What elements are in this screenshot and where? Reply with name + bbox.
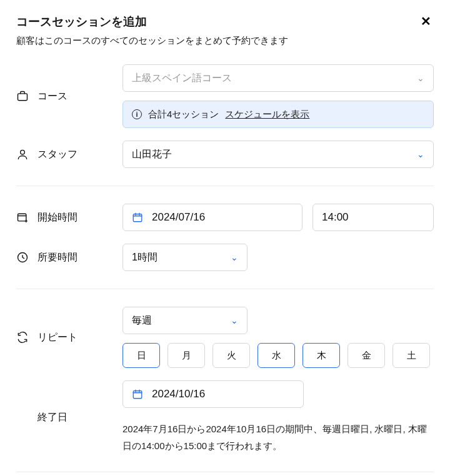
svg-rect-0 — [18, 94, 28, 101]
day-button-3[interactable]: 水 — [258, 343, 295, 368]
day-button-4[interactable]: 木 — [302, 343, 340, 368]
duration-label: 所要時間 — [38, 251, 78, 264]
start-date-value: 2024/07/16 — [152, 211, 205, 224]
show-schedule-link[interactable]: スケジュールを表示 — [225, 109, 309, 121]
duration-select[interactable]: 1時間 ⌄ — [122, 244, 248, 271]
course-info-text: 合計4セッション — [148, 109, 219, 121]
day-button-6[interactable]: 土 — [392, 343, 430, 368]
svg-rect-3 — [133, 214, 142, 222]
chevron-down-icon: ⌄ — [417, 149, 424, 159]
briefcase-icon — [16, 90, 29, 102]
day-button-0[interactable]: 日 — [122, 343, 160, 368]
duration-value: 1時間 — [132, 251, 158, 264]
staff-select[interactable]: 山田花子 ⌄ — [122, 141, 434, 168]
close-button[interactable]: ✕ — [418, 14, 434, 29]
close-icon: ✕ — [421, 14, 431, 28]
chevron-down-icon: ⌄ — [417, 73, 424, 83]
svg-point-1 — [21, 150, 25, 154]
day-button-1[interactable]: 月 — [168, 343, 205, 368]
page-title: コースセッションを追加 — [16, 14, 288, 30]
course-placeholder: 上級スペイン語コース — [132, 72, 232, 85]
repeat-description: 2024年7月16日から2024年10月16日の期間中、毎週日曜日, 水曜日, … — [122, 420, 434, 454]
chevron-down-icon: ⌄ — [231, 315, 238, 325]
days-row: 日月火水木金土 — [122, 343, 434, 368]
chevron-down-icon: ⌄ — [231, 252, 238, 262]
end-date-input[interactable]: 2024/10/16 — [122, 380, 304, 408]
repeat-icon — [16, 331, 29, 344]
staff-value: 山田花子 — [132, 148, 172, 161]
day-button-5[interactable]: 金 — [348, 343, 385, 368]
day-button-2[interactable]: 火 — [212, 343, 250, 368]
start-label: 開始時間 — [38, 211, 78, 224]
info-icon: i — [132, 109, 142, 119]
repeat-label: リピート — [38, 331, 78, 344]
calendar-add-icon — [16, 211, 29, 224]
start-date-input[interactable]: 2024/07/16 — [122, 204, 302, 231]
calendar-icon — [132, 212, 143, 223]
course-select[interactable]: 上級スペイン語コース ⌄ — [122, 64, 434, 92]
end-date-value: 2024/10/16 — [152, 388, 205, 400]
end-date-label: 終了日 — [38, 411, 68, 424]
start-time-input[interactable]: 14:00 — [312, 204, 434, 231]
repeat-select[interactable]: 毎週 ⌄ — [122, 307, 248, 334]
repeat-value: 毎週 — [132, 314, 152, 327]
start-time-value: 14:00 — [322, 211, 349, 224]
svg-rect-5 — [133, 391, 142, 399]
person-icon — [16, 148, 29, 161]
staff-label: スタッフ — [38, 148, 78, 161]
course-label: コース — [38, 90, 68, 103]
clock-icon — [16, 251, 29, 264]
course-info: i 合計4セッション スケジュールを表示 — [122, 101, 434, 128]
calendar-icon — [132, 389, 143, 400]
page-subtitle: 顧客はこのコースのすべてのセッションをまとめて予約できます — [16, 35, 288, 47]
svg-rect-2 — [18, 214, 26, 221]
